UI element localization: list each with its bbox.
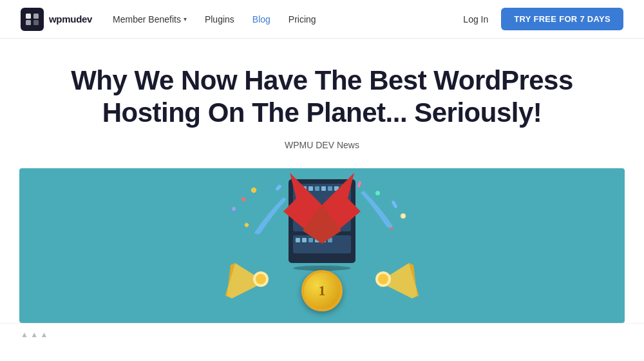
hero-subtitle: WPMU DEV News [64,140,580,150]
nav-blog[interactable]: Blog [252,14,270,24]
logo-icon [21,8,44,31]
bottom-strip: ▲ ▲ ▲ [0,323,644,346]
svg-rect-0 [26,14,31,19]
try-free-button[interactable]: TRY FREE FOR 7 DAYS [501,8,623,30]
chevron-down-icon: ▾ [184,15,187,23]
medal-number: 1 [319,282,326,299]
nav-pricing[interactable]: Pricing [289,14,316,24]
svg-rect-3 [33,20,39,25]
server-tower: 1 [289,179,355,311]
nav-member-benefits[interactable]: Member Benefits ▾ [113,14,187,24]
illustration: 1 [213,175,431,317]
nav-links: Member Benefits ▾ Plugins Blog Pricing [113,14,463,25]
main-nav: wpmudev Member Benefits ▾ Plugins Blog P… [0,0,644,39]
logo-text: wpmudev [49,14,92,24]
svg-rect-1 [33,14,39,19]
svg-rect-2 [26,20,31,25]
hero-banner-image: 1 [19,168,625,323]
logo[interactable]: wpmudev [21,8,92,31]
hero-title: Why We Now Have The Best WordPress Hosti… [64,64,580,130]
login-button[interactable]: Log In [463,14,488,24]
svg-point-11 [378,274,388,284]
nav-actions: Log In TRY FREE FOR 7 DAYS [463,8,623,30]
hero-section: Why We Now Have The Best WordPress Hosti… [0,39,644,168]
breadcrumb-text: ▲ ▲ ▲ [21,330,48,339]
nav-plugins[interactable]: Plugins [205,14,234,24]
svg-point-7 [256,274,266,284]
